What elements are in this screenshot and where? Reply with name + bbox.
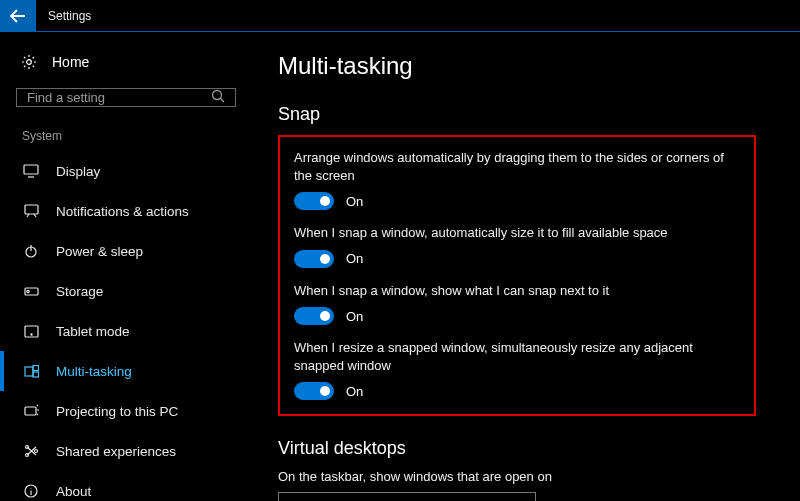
power-icon [22,244,40,258]
sidebar-item-label: Tablet mode [56,324,130,339]
svg-point-15 [34,450,37,453]
sidebar-item-multitasking[interactable]: Multi-tasking [16,351,248,391]
toggle-switch[interactable] [294,250,334,268]
svg-rect-3 [25,205,38,214]
sidebar-section-label: System [22,129,248,143]
snap-section-title: Snap [278,104,770,125]
svg-rect-10 [33,365,39,370]
shared-icon [22,444,40,458]
toggle-switch[interactable] [294,382,334,400]
toggle-switch[interactable] [294,192,334,210]
sidebar-item-label: Display [56,164,100,179]
setting-desc: When I snap a window, automatically size… [294,224,734,242]
display-icon [22,164,40,178]
sidebar-item-label: Notifications & actions [56,204,189,219]
snap-setting-4: When I resize a snapped window, simultan… [294,339,740,400]
sidebar-item-label: Projecting to this PC [56,404,178,419]
back-arrow-icon [10,9,26,23]
setting-desc: When I snap a window, show what I can sn… [294,282,734,300]
page-title: Multi-tasking [278,52,770,80]
storage-icon [22,284,40,298]
svg-rect-9 [25,367,33,376]
content-pane: Multi-tasking Snap Arrange windows autom… [252,32,800,501]
toggle-switch[interactable] [294,307,334,325]
projecting-icon [22,404,40,418]
sidebar-item-label: Multi-tasking [56,364,132,379]
sidebar-item-label: Storage [56,284,103,299]
window-title: Settings [36,9,91,23]
toggle-state-label: On [346,251,363,266]
snap-setting-2: When I snap a window, automatically size… [294,224,740,268]
toggle-state-label: On [346,384,363,399]
title-bar: Settings [0,0,800,32]
snap-setting-3: When I snap a window, show what I can sn… [294,282,740,326]
sidebar-item-label: Shared experiences [56,444,176,459]
snap-setting-1: Arrange windows automatically by draggin… [294,149,740,210]
sidebar-item-shared[interactable]: Shared experiences [16,431,248,471]
svg-point-1 [213,91,222,100]
multitasking-icon [22,365,40,378]
sidebar-item-projecting[interactable]: Projecting to this PC [16,391,248,431]
svg-rect-12 [25,407,36,415]
sidebar-item-display[interactable]: Display [16,151,248,191]
sidebar-item-tablet[interactable]: Tablet mode [16,311,248,351]
search-icon [211,89,225,106]
home-link[interactable]: Home [16,48,248,82]
sidebar: Home Find a setting System Display Notif… [0,32,252,501]
setting-desc: Arrange windows automatically by draggin… [294,149,734,184]
sidebar-item-label: Power & sleep [56,244,143,259]
virtual-desktops-title: Virtual desktops [278,438,770,459]
tablet-icon [22,325,40,338]
setting-desc: When I resize a snapped window, simultan… [294,339,734,374]
snap-highlight-box: Arrange windows automatically by draggin… [278,135,756,416]
toggle-state-label: On [346,309,363,324]
svg-rect-2 [24,165,38,174]
sidebar-item-storage[interactable]: Storage [16,271,248,311]
home-label: Home [52,54,89,70]
svg-point-0 [27,60,32,65]
sidebar-item-power[interactable]: Power & sleep [16,231,248,271]
search-input[interactable]: Find a setting [16,88,236,107]
sidebar-item-notifications[interactable]: Notifications & actions [16,191,248,231]
notifications-icon [22,204,40,218]
about-icon [22,484,40,498]
virtual-desktops-dropdown[interactable]: Only the desktop I'm using [278,492,536,501]
gear-icon [20,54,38,70]
svg-point-8 [30,333,31,334]
virtual-desktops-desc: On the taskbar, show windows that are op… [278,469,770,484]
svg-point-6 [26,290,28,292]
search-placeholder: Find a setting [27,90,105,105]
sidebar-item-label: About [56,484,91,499]
svg-rect-11 [33,372,39,377]
toggle-state-label: On [346,194,363,209]
back-button[interactable] [0,0,36,32]
sidebar-item-about[interactable]: About [16,471,248,501]
